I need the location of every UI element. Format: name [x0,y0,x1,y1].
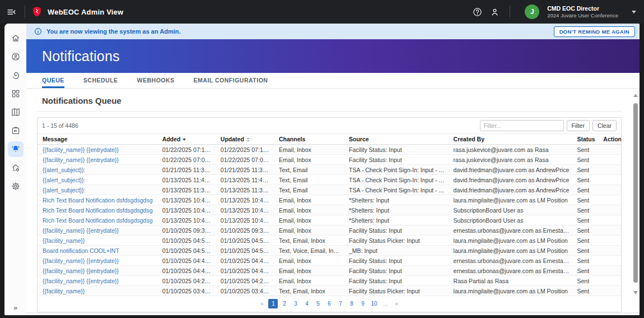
tab-queue[interactable]: QUEUE [42,73,64,88]
message-link[interactable]: {{facility_name}} [43,288,85,294]
vertical-scrollbar[interactable] [632,89,640,306]
column-header-added[interactable]: Added [157,134,216,145]
page-last-button[interactable]: » [392,299,402,308]
tab-email-configuration[interactable]: EMAIL CONFIGURATION [194,73,268,88]
message-link[interactable]: {{facility_name}} {{entrydate}} [43,156,119,163]
sidebar-item-plugins[interactable] [8,123,24,139]
cell-action [598,246,621,256]
page-button-1[interactable]: 1 [268,299,278,308]
table-toolbar: 1 - 15 of 4486 Filter Clear [38,118,621,134]
cell-created_by: ernestas.urbonas@juvare.com as Ernestas … [449,225,572,236]
cell-channels: Email, Inbox [274,195,344,205]
user-icon[interactable] [490,7,500,17]
page-button-9[interactable]: 9 [358,299,367,308]
scroll-up-icon[interactable] [633,94,638,97]
message-link[interactable]: {{alert_subject}}: [43,167,85,173]
page-button-6[interactable]: 6 [324,299,334,308]
cell-source: *Shelters: Input [344,205,449,215]
queue-table-container: 1 - 15 of 4486 Filter Clear MessageAdded… [37,117,622,312]
cell-source: Facility Status: Input [344,225,449,236]
cell-message: Rich Text Board Notification dsfdsgdsgds… [38,215,157,225]
juvare-shield-logo [32,6,42,17]
column-header-action[interactable]: Action [598,134,621,145]
collapse-menu-icon[interactable] [0,7,22,17]
dont-remind-button[interactable]: DON'T REMIND ME AGAIN [554,26,635,37]
sidebar-item-settings[interactable] [8,178,24,194]
column-header-source[interactable]: Source [344,134,449,145]
cell-message: {{facility_name}} [38,286,157,296]
cell-action [598,165,621,175]
sidebar-item-incidents[interactable] [8,67,24,83]
cell-created_by: david.friedman@juvare.com as AndrewPrice [449,185,572,195]
clear-button[interactable]: Clear [592,120,617,131]
table-row: {{facility_name}}01/10/2025 04:56:2901/1… [38,236,621,246]
help-icon[interactable] [473,7,482,17]
cell-source: Facility Status: Input [344,276,449,286]
table-row: {{facility_name}} {{entrydate}}01/10/202… [38,225,621,236]
tab-webhooks[interactable]: WEBHOOKS [137,73,175,88]
message-link[interactable]: Rich Text Board Notification dsfdsgdsgds… [43,217,153,224]
message-link[interactable]: {{alert_subject}}: [43,187,85,193]
message-link[interactable]: {{alert_subject}}: [43,177,85,183]
cell-message: Rich Text Board Notification dsfdsgdsgds… [38,205,157,215]
page-button-3[interactable]: 3 [291,299,300,308]
cell-source: Facility Status: Input [344,256,449,266]
cell-status: Sent [572,276,598,286]
table-row: {{alert_subject}}:01/13/2025 11:47:4801/… [38,175,621,185]
sidebar-item-notifications[interactable] [8,141,24,157]
sidebar-item-admin-home[interactable] [8,160,24,176]
cell-message: Board notification COOL+INT [38,246,157,256]
cell-added: 01/10/2025 04:46:21 [157,256,216,266]
page-button-7[interactable]: 7 [335,299,345,308]
message-link[interactable]: {{facility_name}} [43,237,85,244]
message-link[interactable]: Board notification COOL+INT [43,247,119,254]
topbar-divider [510,6,510,18]
cell-status: Sent [572,175,598,185]
page-button-5[interactable]: 5 [313,299,323,308]
chevron-down-icon[interactable] [632,11,636,13]
tab-schedule[interactable]: SCHEDULE [83,73,118,88]
privacy-policy-link[interactable]: Privacy Policy [132,315,168,315]
column-header-created-by[interactable]: Created By [449,134,572,145]
column-header-updated[interactable]: Updated [216,134,274,145]
page-button-4[interactable]: 4 [302,299,311,308]
page-first-button[interactable]: « [257,299,267,308]
message-link[interactable]: {{facility_name}} {{entrydate}} [43,268,119,274]
avatar[interactable]: J [525,4,539,19]
cell-action [598,236,621,246]
message-link[interactable]: Rich Text Board Notification dsfdsgdsgds… [43,207,153,214]
user-block[interactable]: CMD EOC Director 2024 Juvare User Confer… [547,5,618,19]
cell-message: {{facility_name}} {{entrydate}} [38,266,157,276]
scroll-down-icon[interactable] [633,291,638,294]
filter-input[interactable] [480,120,564,131]
page-button-8[interactable]: 8 [347,299,356,308]
column-header-message[interactable]: Message [38,134,157,145]
sidebar-item-home[interactable] [8,30,24,46]
cell-created_by: ernestas.urbonas@juvare.com as Ernestas … [449,266,572,276]
sort-icon [246,137,250,142]
terms-conditions-link[interactable]: Terms & Conditions [176,315,227,315]
message-link[interactable]: {{facility_name}} {{entrydate}} [43,278,119,284]
cell-channels: Text, Email [274,175,344,185]
column-header-status[interactable]: Status [572,134,598,145]
page-button-2[interactable]: 2 [279,299,289,308]
cell-source: Facility Status Picker: Input [344,236,449,246]
scrollbar-thumb[interactable] [633,103,638,283]
cell-channels: Text, Email, Inbox [274,236,344,246]
sidebar-item-users[interactable] [8,49,24,64]
message-link[interactable]: Rich Text Board Notification dsfdsgdsgds… [43,197,153,204]
cell-source: Facility Status: Input [344,155,449,165]
column-header-channels[interactable]: Channels [274,134,344,145]
cell-added: 01/22/2025 07:16:41 [157,145,216,155]
app-shell: » You are now viewing the system as an A… [4,24,640,315]
page-button-10[interactable]: 10 [369,299,379,308]
sidebar-item-boards[interactable] [8,86,24,102]
sidebar-item-maps[interactable] [8,104,24,120]
cell-created_by: SubscriptionBoard User as [449,205,572,215]
cell-action [598,215,621,225]
message-link[interactable]: {{facility_name}} {{entrydate}} [43,257,119,264]
message-link[interactable]: {{facility_name}} {{entrydate}} [43,146,119,153]
filter-button[interactable]: Filter [567,120,590,131]
expand-sidebar-icon[interactable]: » [13,303,17,312]
message-link[interactable]: {{facility_name}} {{entrydate}} [43,227,119,234]
